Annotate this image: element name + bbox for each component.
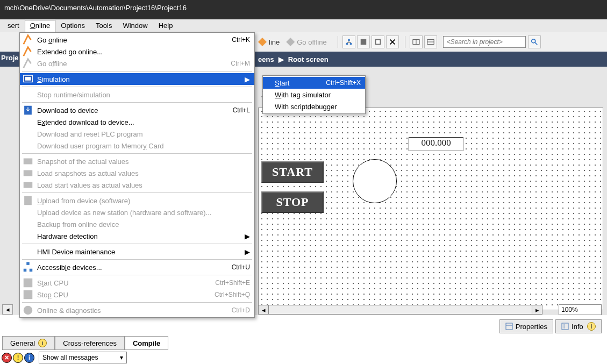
breadcrumb-b: Root screen (288, 55, 329, 63)
toolbar-close-icon[interactable] (386, 35, 399, 48)
submenu-start[interactable]: StartCtrl+Shift+X (263, 77, 365, 89)
download-icon (22, 105, 34, 115)
menubar: sert OOnlinenline Options Tools Window H… (0, 19, 607, 33)
details-tabs: Properties iInfo i (497, 319, 602, 333)
toolbar-split-v[interactable] (424, 35, 437, 48)
menu-stop-simulation: Stop runtime/simulation (20, 89, 254, 101)
svg-line-11 (535, 42, 537, 45)
menu-hardware-detection[interactable]: Hardware detection▶ (20, 230, 254, 242)
tab-cross-references[interactable]: Cross-references (55, 336, 125, 350)
simulation-submenu: StartCtrl+Shift+X With tag simulator Wit… (262, 75, 366, 114)
chevron-right-icon: ▶ (245, 232, 250, 240)
menu-download-memcard: Download user program to Memory Card (20, 140, 254, 152)
tab-info[interactable]: iInfo i (555, 319, 602, 333)
go-online-icon (22, 35, 34, 45)
toolbar-accessible-devices[interactable] (342, 35, 355, 48)
menu-start-cpu: Start CPUCtrl+Shift+E (20, 277, 254, 289)
svg-rect-40 (30, 269, 33, 272)
start-cpu-icon (22, 278, 34, 288)
scroll-track[interactable] (269, 305, 532, 315)
menu-download-reset: Download and reset PLC program (20, 128, 254, 140)
svg-rect-32 (25, 77, 31, 81)
svg-point-10 (531, 39, 535, 43)
info-badge-icon: i (38, 339, 47, 347)
scroll-right-icon[interactable]: ▸ (532, 305, 542, 315)
menu-tools[interactable]: Tools (90, 20, 117, 32)
chevron-down-icon: ▾ (120, 354, 123, 361)
menu-download[interactable]: Download to deviceCtrl+L (20, 104, 254, 116)
svg-rect-34 (24, 159, 33, 165)
tab-properties[interactable]: Properties (499, 319, 553, 333)
toolbar-btn-b[interactable] (372, 35, 384, 48)
menu-go-online[interactable]: Go onlineCtrl+K (20, 34, 254, 46)
h-scrollbar[interactable]: ◂ ▸ (258, 305, 542, 315)
menu-hmi-maintenance[interactable]: HMI Device maintenance▶ (20, 246, 254, 258)
svg-rect-2 (349, 43, 352, 45)
info-badge-icon: i (587, 322, 596, 331)
menu-window[interactable]: Window (117, 20, 153, 32)
message-filter-row: ✕ ! i Show all messages▾ (2, 352, 127, 363)
menu-accessible-devices[interactable]: Accessible devices...Ctrl+U (20, 261, 254, 273)
menu-online[interactable]: OOnlinenline (25, 20, 56, 32)
chevron-right-icon: ▶ (245, 248, 250, 256)
error-filter-icon[interactable]: ✕ (2, 353, 12, 363)
svg-rect-35 (24, 170, 33, 176)
toolbar-search-go[interactable] (528, 35, 541, 48)
svg-rect-27 (506, 323, 512, 330)
svg-rect-5 (376, 40, 380, 44)
submenu-tag-simulator[interactable]: With tag simulator (263, 89, 365, 101)
menu-insert[interactable]: sert (2, 20, 25, 32)
breadcrumb-a: eens (258, 55, 274, 63)
go-offline-button[interactable]: Go offline (286, 38, 326, 46)
warning-filter-icon[interactable]: ! (13, 353, 23, 363)
simulation-icon (22, 74, 34, 84)
hmi-start-button[interactable]: START (261, 161, 324, 183)
message-tabs: Generali Cross-references Compile (2, 336, 168, 350)
stop-cpu-icon (22, 290, 34, 299)
menu-diagnostics: Online & diagnosticsCtrl+D (20, 304, 254, 316)
svg-rect-0 (348, 39, 350, 41)
toolbar-btn-a[interactable] (357, 35, 370, 48)
submenu-script-debugger[interactable]: With script debugger (263, 101, 365, 112)
tab-general[interactable]: Generali (2, 336, 55, 350)
menu-simulation[interactable]: Simulation▶ (20, 73, 254, 85)
toolbar-split-h[interactable] (410, 35, 423, 48)
project-tree-label: Proje (0, 54, 19, 62)
menu-extended-download[interactable]: Extended download to device... (20, 116, 254, 128)
svg-rect-41 (24, 279, 33, 288)
load-start-icon (22, 180, 34, 190)
svg-rect-42 (24, 290, 33, 299)
hmi-lamp-circle[interactable] (353, 159, 397, 203)
svg-rect-38 (26, 262, 30, 265)
hmi-stop-button[interactable]: STOP (261, 191, 324, 213)
zoom-control[interactable] (559, 305, 602, 315)
svg-rect-29 (562, 323, 568, 330)
scroll-left-icon[interactable]: ◂ (258, 305, 269, 315)
info-filter-icon[interactable]: i (24, 353, 34, 363)
go-online-icon (258, 38, 267, 46)
devices-icon (22, 262, 34, 272)
properties-icon (505, 323, 513, 330)
menu-backup: Backup from online device (20, 218, 254, 230)
svg-point-43 (24, 306, 33, 315)
svg-rect-39 (24, 269, 27, 272)
menu-load-snapshots: Load snapshots as actual values (20, 167, 254, 179)
menu-go-offline: Go offlineCtrl+M (20, 58, 254, 69)
chevron-right-icon: ▶ (278, 55, 284, 63)
window-path: mch\OneDrive\Documents\Automation\Projec… (4, 4, 187, 12)
menu-extended-go-online[interactable]: Extended go online... (20, 46, 254, 58)
menu-upload-software: Upload from device (software) (20, 195, 254, 206)
menu-options[interactable]: Options (55, 20, 90, 32)
tab-compile[interactable]: Compile (125, 336, 168, 350)
zoom-input[interactable] (559, 304, 602, 315)
upload-icon (22, 196, 34, 205)
go-online-button[interactable]: line (258, 38, 280, 46)
menu-help[interactable]: Help (153, 20, 178, 32)
search-input[interactable] (443, 36, 526, 48)
menu-upload-hardware: Upload device as new station (hardware a… (20, 206, 254, 218)
sidebar-scroll-left[interactable]: ◂ (2, 304, 13, 315)
hmi-io-field[interactable]: 000.000 (409, 137, 463, 151)
load-snap-icon (22, 168, 34, 178)
message-filter-select[interactable]: Show all messages▾ (39, 352, 127, 363)
menu-load-start-values: Load start values as actual values (20, 179, 254, 191)
